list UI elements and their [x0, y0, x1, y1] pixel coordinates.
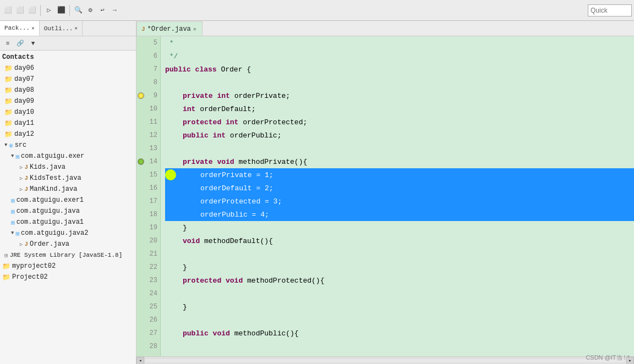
code-line-11: protected int orderProtected; — [165, 115, 634, 129]
tab-package-label: Pack... — [4, 25, 30, 31]
sidebar-link-icon[interactable]: 🔗 — [15, 38, 26, 49]
item-label: com.atguigu.exer — [21, 152, 84, 160]
code-line-25: } — [165, 300, 634, 313]
java-icon: J — [24, 241, 28, 247]
tab-package-explorer[interactable]: Pack... ✕ — [0, 21, 40, 36]
kw-int: int — [213, 131, 230, 140]
package-icon: ▦ — [11, 197, 15, 204]
sidebar: Pack... ✕ Outli... ✕ ≡ 🔗 ▼ Contacts 📁 da… — [0, 21, 136, 364]
toolbar-icon-5[interactable]: ⬛ — [56, 5, 67, 16]
sidebar-item-pkg-java1[interactable]: ▦ com.atguigu.java1 — [0, 217, 136, 228]
toolbar-icon-2[interactable]: ⬜ — [14, 5, 25, 16]
gutter-line-17: 17 — [136, 195, 161, 208]
sidebar-content: Contacts 📁 day06 📁 day07 📁 day08 📁 day09… — [0, 51, 136, 364]
sidebar-item-src[interactable]: ▼ ◉ src — [0, 140, 136, 151]
lib-icon: ⊞ — [4, 252, 8, 259]
triangle-icon: ▼ — [11, 153, 14, 159]
sidebar-item-pkg-exer[interactable]: ▼ ▦ com.atguigu.exer — [0, 151, 136, 162]
code-text: orderProtected = 3; — [200, 197, 282, 206]
sidebar-item-jre[interactable]: ⊞ JRE System Library [JavaSE-1.8] — [0, 250, 136, 261]
debug-marker — [138, 158, 144, 165]
tab-outline-close[interactable]: ✕ — [74, 25, 77, 31]
code-line-23: protected void methodProtected(){ — [165, 274, 634, 287]
sidebar-item-day08[interactable]: 📁 day08 — [0, 85, 136, 96]
code-text: methodPublic(){ — [234, 329, 299, 338]
java-icon: J — [24, 186, 28, 192]
code-text: orderProtected; — [243, 118, 307, 126]
item-label: day09 — [14, 97, 34, 105]
gutter-line-7: 7 — [136, 63, 161, 76]
contacts-label: Contacts — [2, 53, 34, 61]
code-line-27: public void methodPublic(){ — [165, 327, 634, 340]
code-text: } — [183, 263, 187, 272]
toolbar-icon-3[interactable]: ⬜ — [26, 5, 37, 16]
gutter-line-12: 12 — [136, 129, 161, 142]
sidebar-item-mankind[interactable]: ▷ J ManKind.java — [0, 184, 136, 195]
sidebar-item-day07[interactable]: 📁 day07 — [0, 74, 136, 85]
code-text: */ — [165, 52, 178, 60]
code-text: orderPrivate; — [234, 92, 290, 100]
kw-int: int — [226, 118, 243, 126]
kw-private: private — [183, 158, 217, 166]
toolbar-icon-1[interactable]: ⬜ — [2, 5, 13, 16]
triangle-icon: ▷ — [20, 241, 23, 247]
kw-void: void — [213, 329, 234, 338]
sidebar-item-pkg-java2[interactable]: ▼ ▦ com.atguigu.java2 — [0, 228, 136, 239]
item-label: com.atguigu.java — [17, 207, 80, 215]
sidebar-item-day06[interactable]: 📁 day06 — [0, 63, 136, 74]
scroll-left-btn[interactable]: ◂ — [136, 357, 144, 365]
sidebar-menu-icon[interactable]: ▼ — [28, 38, 39, 49]
scrollbar-track[interactable] — [145, 359, 625, 362]
toolbar-icon-6[interactable]: 🔍 — [73, 5, 84, 16]
quick-search-input[interactable] — [588, 4, 632, 16]
sidebar-collapse-icon[interactable]: ≡ — [2, 38, 13, 49]
sidebar-item-pkg-java[interactable]: ▦ com.atguigu.java — [0, 206, 136, 217]
sidebar-item-day10[interactable]: 📁 day10 — [0, 107, 136, 118]
code-line-13 — [165, 142, 634, 155]
sidebar-item-kids[interactable]: ▷ J Kids.java — [0, 162, 136, 173]
toolbar-icon-8[interactable]: ↩ — [97, 5, 108, 16]
triangle-icon: ▼ — [4, 142, 7, 148]
sidebar-item-kidstest[interactable]: ▷ J KidsTest.java — [0, 173, 136, 184]
kw-void: void — [217, 158, 238, 166]
package-icon: ▦ — [11, 219, 15, 226]
toolbar-icon-9[interactable]: → — [109, 5, 120, 16]
sidebar-item-day12[interactable]: 📁 day12 — [0, 129, 136, 140]
kw-void: void — [183, 237, 204, 245]
gutter-line-20: 20 — [136, 234, 161, 247]
toolbar-sep-1 — [40, 5, 41, 16]
sidebar-item-project02[interactable]: 📁 Project02 — [0, 272, 136, 283]
tab-package-close[interactable]: ✕ — [31, 25, 34, 31]
sidebar-item-pkg-exer1[interactable]: ▦ com.atguigu.exer1 — [0, 195, 136, 206]
tab-outline-label: Outli... — [44, 25, 73, 32]
item-label: day07 — [14, 75, 34, 83]
tab-close-icon[interactable]: ✕ — [193, 26, 196, 32]
java-icon: J — [141, 26, 145, 32]
package-icon: ▦ — [15, 153, 19, 160]
triangle-icon: ▷ — [20, 186, 23, 192]
code-line-10: int orderDefault; — [165, 102, 634, 115]
item-label: Kids.java — [30, 163, 65, 171]
code-line-9: private int orderPrivate; — [165, 89, 634, 102]
editor-scrollbar[interactable]: ◂ ▸ — [136, 356, 634, 364]
toolbar-icon-7[interactable]: ⚙ — [85, 5, 96, 16]
code-text: methodDefault(){ — [204, 237, 273, 245]
sidebar-item-order[interactable]: ▷ J Order.java — [0, 239, 136, 250]
kw-class: class — [195, 65, 221, 74]
gutter-line-19: 19 — [136, 221, 161, 234]
item-label: com.atguigu.exer1 — [17, 196, 84, 204]
sidebar-item-day09[interactable]: 📁 day09 — [0, 96, 136, 107]
kw-protected: protected — [183, 277, 226, 285]
editor-content[interactable]: 5 6 7 8 9 10 11 12 13 14 1 — [136, 36, 634, 356]
watermark: CSDN @IT当 ! * — [586, 354, 630, 362]
code-line-28 — [165, 340, 634, 353]
sidebar-item-myproject02[interactable]: 📁 myproject02 — [0, 261, 136, 272]
toolbar-icon-4[interactable]: ▷ — [43, 5, 54, 16]
tab-outline[interactable]: Outli... ✕ — [40, 21, 83, 36]
sidebar-item-day11[interactable]: 📁 day11 — [0, 118, 136, 129]
editor-tab-order[interactable]: J *Order.java ✕ — [136, 21, 203, 36]
triangle-icon: ▼ — [11, 230, 14, 236]
item-label: JRE System Library [JavaSE-1.8] — [10, 252, 123, 258]
code-line-12: public int orderPublic; — [165, 129, 634, 142]
code-line-19: } — [165, 221, 634, 234]
